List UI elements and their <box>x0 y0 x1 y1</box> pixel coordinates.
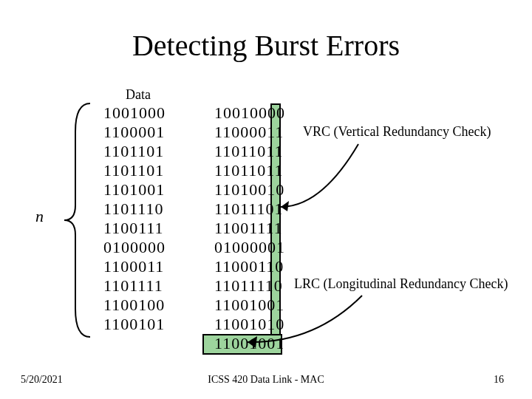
lrc-arrow-icon <box>244 292 369 351</box>
data-column: 1001000 1100001 1101101 1101101 1101001 … <box>103 103 166 334</box>
n-label: n <box>35 207 44 226</box>
slide-title: Detecting Burst Errors <box>0 28 532 63</box>
curly-brace-icon <box>61 102 98 338</box>
lrc-label: LRC (Longitudinal Redundancy Check) <box>294 276 508 292</box>
footer-page-number: 16 <box>494 374 504 386</box>
vrc-arrow-icon <box>277 111 366 222</box>
data-header: Data <box>126 87 151 103</box>
footer-center: ICSS 420 Data Link - MAC <box>0 374 532 386</box>
